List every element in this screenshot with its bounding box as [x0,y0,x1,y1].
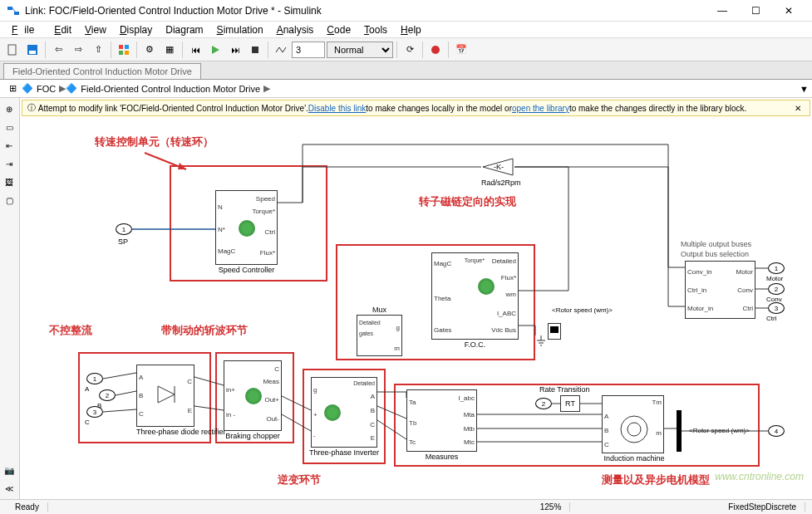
infobar-link-open[interactable]: open the library [512,104,569,113]
rotor-speed-tag: <Rotor speed (wm)> [689,427,750,434]
svg-rect-3 [8,45,16,55]
config-button[interactable]: ⚙ [140,41,159,59]
bus-selector[interactable] [677,410,682,452]
back-button[interactable]: ⇦ [49,41,67,59]
svg-point-12 [431,46,440,54]
step-forward-button[interactable]: ⏭ [226,41,244,59]
new-button[interactable] [3,41,22,59]
inport-b[interactable]: 2 [99,389,116,401]
block-foc[interactable]: MagC Theta Gates Detailed Torque* Flux* … [431,252,519,340]
block-braking-chopper[interactable]: in+ in - C Meas Out+ Out- Braking choppe… [224,360,282,431]
tabbar: Field-Oriented Control Induction Motor D… [0,61,812,80]
inport-sp[interactable]: 1 [116,223,132,235]
svg-rect-0 [7,7,12,10]
nav-left-button[interactable]: ⇤ [2,138,17,153]
signal-button[interactable] [272,41,290,59]
block-gain[interactable]: -K- Rad/s2Rpm [481,157,514,179]
outport-ctrl[interactable]: 3 [768,302,785,314]
canvas-wrap: ⓘ Attempt to modify link 'FOC/Field-Orie… [20,98,812,499]
watermark: www.cntronline.com [715,471,804,482]
infobar-close[interactable]: ✕ [791,104,805,113]
svg-point-20 [627,423,641,436]
maximize-button[interactable]: ☐ [739,0,772,22]
menu-edit[interactable]: Edit [47,24,78,36]
block-rate-transition[interactable]: RT [560,395,580,412]
zoom-fit-button[interactable]: ⊕ [2,101,17,116]
status-zoom[interactable]: 125% [532,502,571,512]
forward-button[interactable]: ⇨ [69,41,87,59]
bottom-button[interactable]: ≪ [2,481,17,496]
annot-foc: 转子磁链定向的实现 [419,194,516,209]
infobar: ⓘ Attempt to modify link 'FOC/Field-Orie… [22,100,810,116]
ground-icon[interactable] [535,335,547,350]
svg-point-19 [621,416,647,443]
menu-file[interactable]: File [5,24,47,36]
calendar-button[interactable]: 📅 [452,41,470,59]
block-bus-selection[interactable]: Conv_in Ctrl_in Motor_in Motor Conv Ctrl [685,261,755,319]
outport-4[interactable]: 4 [768,425,785,437]
library-button[interactable] [115,41,133,59]
up-button[interactable]: ⇧ [89,41,107,59]
model-canvas[interactable]: 转速控制单元（转速环） 不控整流 带制动的斩波环节 转子磁链定向的实现 逆变环节… [20,120,812,499]
save-button[interactable] [23,41,42,59]
breadcrumb: ⊞ 🔷 FOC ▶ 🔷 Field-Oriented Control Induc… [0,80,812,98]
menu-display[interactable]: Display [113,24,159,36]
record-button[interactable] [426,41,445,59]
status-solver[interactable]: FixedStepDiscrete [720,502,805,512]
svg-rect-5 [29,51,36,54]
model-browser-toggle[interactable]: ⊞ [3,80,22,98]
image-button[interactable]: 🖼 [2,174,17,189]
menu-tools[interactable]: Tools [357,24,394,36]
block-measures[interactable]: Ta Tb Tc I_abc Mta Mtb Mtc Measures [406,389,477,452]
inport-a[interactable]: 1 [86,373,103,384]
outport-conv[interactable]: 2 [768,283,785,295]
step-time-input[interactable] [292,42,325,58]
svg-rect-7 [125,45,129,49]
svg-text:-K-: -K- [494,163,504,171]
infobar-prefix: Attempt to modify link 'FOC/Field-Orient… [38,104,308,113]
menu-simulation[interactable]: Simulation [210,24,270,36]
simulink-icon [7,4,20,17]
window-title: Link: FOC/Field-Oriented Control Inducti… [25,5,706,17]
inport-rt[interactable]: 2 [535,398,552,409]
breadcrumb-dropdown[interactable]: ▼ [800,84,809,94]
inport-sp-label: SP [118,237,128,246]
block-rectifier[interactable]: A B C C E Three-phase diode rectifier [136,365,194,427]
minimize-button[interactable]: — [706,0,739,22]
menu-analysis[interactable]: Analysis [270,24,321,36]
run-button[interactable] [206,41,224,59]
close-button[interactable]: ✕ [772,0,805,22]
sim-mode-select[interactable]: Normal [327,42,393,58]
menu-help[interactable]: Help [394,24,428,36]
statusbar: Ready 125% FixedStepDiscrete [0,499,812,514]
explorer-button[interactable]: ▦ [160,41,179,59]
inport-c[interactable]: 3 [86,406,103,418]
menu-view[interactable]: View [78,24,113,36]
menu-diagram[interactable]: Diagram [159,24,209,36]
breadcrumb-sub[interactable]: Field-Oriented Control Induction Motor D… [77,84,263,94]
infobar-link-disable[interactable]: Disable this link [308,104,366,113]
screenshot-button[interactable]: 📷 [2,463,17,477]
tab-model[interactable]: Field-Oriented Control Induction Motor D… [3,63,201,79]
rotor-speed-tag2: <Rotor speed (wm)> [552,306,613,314]
menu-code[interactable]: Code [320,24,357,36]
outport-motor[interactable]: 1 [768,262,785,274]
step-back-button[interactable]: ⏮ [186,41,204,59]
nav-right-button[interactable]: ⇥ [2,156,17,171]
stop-button[interactable] [246,41,264,59]
block-mux[interactable]: Detailed gates g m Mux [357,315,402,356]
fast-restart-button[interactable]: ⟳ [401,41,419,59]
annotate-button[interactable]: ▭ [2,120,17,135]
annot-rectifier: 不控整流 [49,323,92,338]
annot-braking: 带制动的斩波环节 [161,323,248,338]
svg-rect-6 [119,45,123,49]
block-speed-controller[interactable]: N N* MagC Speed Torque* Ctrl Flux* Speed… [215,190,278,265]
breadcrumb-sub-icon: 🔷 [66,83,77,94]
svg-rect-9 [125,51,129,55]
breadcrumb-root[interactable]: FOC [33,84,59,94]
annot-speed-ctrl: 转速控制单元（转速环） [95,135,214,149]
block-inverter[interactable]: g + - Detailed A B C E Three-phase Inver… [311,377,377,448]
terminator-icon[interactable] [548,323,561,340]
area-button[interactable]: ▢ [2,193,17,208]
block-induction-machine[interactable]: Tm A B C m Induction machine [602,395,664,453]
